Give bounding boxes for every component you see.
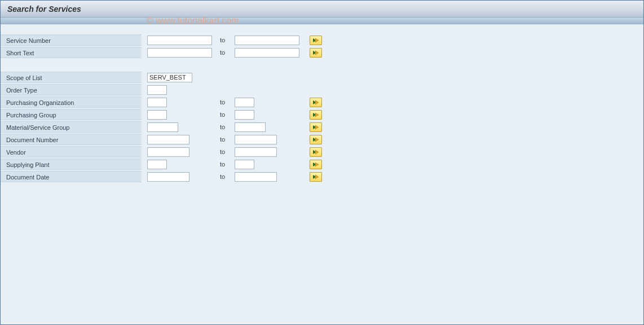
vendor-from-input[interactable] bbox=[147, 147, 189, 157]
short-text-to-input[interactable] bbox=[235, 48, 299, 58]
document-date-multiple-selection-button[interactable] bbox=[310, 172, 322, 182]
material-service-group-from-input[interactable] bbox=[147, 122, 178, 132]
to-label: to bbox=[218, 99, 235, 106]
purchasing-organization-multiple-selection-button[interactable] bbox=[310, 98, 322, 107]
material-service-group-to-input[interactable] bbox=[235, 122, 266, 132]
document-number-multiple-selection-button[interactable] bbox=[310, 135, 322, 144]
document-date-to-input[interactable] bbox=[235, 172, 277, 182]
vendor-multiple-selection-button[interactable] bbox=[310, 147, 322, 157]
selection-grid: Service Number to Short Text to Scope of… bbox=[1, 34, 643, 182]
label-order-type: Order Type bbox=[1, 84, 142, 95]
toolbar-strip bbox=[1, 17, 643, 24]
content-area: Service Number to Short Text to Scope of… bbox=[1, 24, 643, 324]
title-bar: Search for Services bbox=[1, 1, 643, 17]
label-short-text: Short Text bbox=[1, 47, 142, 58]
to-label: to bbox=[218, 37, 235, 43]
purchasing-organization-from-input[interactable] bbox=[147, 98, 167, 107]
label-service-number: Service Number bbox=[1, 34, 142, 46]
label-document-date: Document Date bbox=[1, 171, 142, 182]
document-number-to-input[interactable] bbox=[235, 135, 277, 144]
to-label: to bbox=[218, 124, 235, 130]
label-document-number: Document Number bbox=[1, 134, 142, 145]
vendor-to-input[interactable] bbox=[235, 147, 277, 157]
label-supplying-plant: Supplying Plant bbox=[1, 159, 142, 170]
supplying-plant-multiple-selection-button[interactable] bbox=[310, 160, 322, 169]
short-text-multiple-selection-button[interactable] bbox=[310, 48, 322, 58]
document-number-from-input[interactable] bbox=[147, 135, 189, 144]
label-material-service-group: Material/Service Group bbox=[1, 121, 142, 133]
to-label: to bbox=[218, 161, 235, 168]
purchasing-group-from-input[interactable] bbox=[147, 110, 167, 120]
label-purchasing-group: Purchasing Group bbox=[1, 109, 142, 120]
purchasing-group-multiple-selection-button[interactable] bbox=[310, 110, 322, 120]
to-label: to bbox=[218, 173, 235, 180]
supplying-plant-from-input[interactable] bbox=[147, 160, 167, 169]
supplying-plant-to-input[interactable] bbox=[235, 160, 254, 169]
label-purchasing-organization: Purchasing Organization bbox=[1, 96, 142, 108]
to-label: to bbox=[218, 136, 235, 143]
service-number-from-input[interactable] bbox=[147, 36, 212, 45]
label-scope-of-list: Scope of List bbox=[1, 72, 142, 83]
purchasing-organization-to-input[interactable] bbox=[235, 98, 254, 107]
service-number-to-input[interactable] bbox=[235, 36, 299, 45]
scope-of-list-input[interactable] bbox=[147, 73, 192, 82]
service-number-multiple-selection-button[interactable] bbox=[310, 36, 322, 45]
document-date-from-input[interactable] bbox=[147, 172, 189, 182]
to-label: to bbox=[218, 148, 235, 155]
spacer bbox=[1, 59, 328, 71]
label-vendor: Vendor bbox=[1, 146, 142, 157]
material-service-group-multiple-selection-button[interactable] bbox=[310, 122, 322, 132]
page-title: Search for Services bbox=[7, 5, 81, 14]
to-label: to bbox=[218, 111, 235, 118]
to-label: to bbox=[218, 49, 235, 56]
short-text-from-input[interactable] bbox=[147, 48, 212, 58]
order-type-input[interactable] bbox=[147, 85, 167, 95]
purchasing-group-to-input[interactable] bbox=[235, 110, 254, 120]
